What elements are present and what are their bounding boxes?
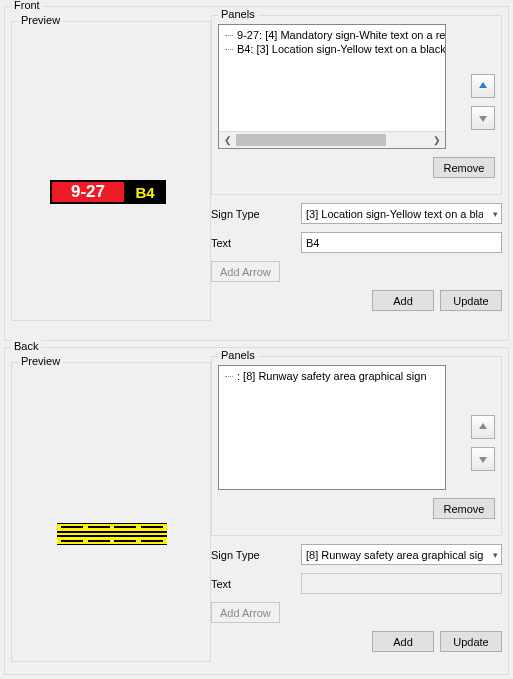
list-item[interactable]: 9-27: [4] Mandatory sign-White text on a… [219, 28, 445, 42]
front-panel-location: B4 [126, 182, 164, 202]
list-item[interactable]: B4: [3] Location sign-Yellow text on a b… [219, 42, 445, 56]
front-panel-mandatory: 9-27 [52, 182, 126, 202]
arrow-up-icon [477, 80, 489, 92]
back-section: Back Preview Panels : [8] Run [4, 347, 509, 675]
move-up-button[interactable] [471, 415, 495, 439]
back-preview-label: Preview [18, 355, 63, 367]
front-panels-list[interactable]: 9-27: [4] Mandatory sign-White text on a… [218, 24, 446, 149]
back-signtype-label: Sign Type [211, 549, 301, 561]
arrow-up-icon [477, 421, 489, 433]
back-add-button[interactable]: Add [372, 631, 434, 652]
move-down-button[interactable] [471, 447, 495, 471]
back-panels-group: Panels : [8] Runway safety area graphica… [211, 356, 502, 536]
back-panels-list[interactable]: : [8] Runway safety area graphical sign [218, 365, 446, 490]
front-list-hscroll[interactable]: ❮ ❯ [219, 131, 445, 148]
back-group: Back Preview Panels : [8] Run [4, 347, 509, 675]
back-sign-preview [57, 523, 167, 545]
front-panels-group: Panels 9-27: [4] Mandatory sign-White te… [211, 15, 502, 195]
svg-marker-2 [479, 423, 487, 429]
front-group: Front Preview 9-27 B4 Panels 9-27: [4] M… [4, 6, 509, 341]
solid-row [57, 535, 167, 537]
arrow-down-icon [477, 453, 489, 465]
front-title: Front [11, 0, 43, 11]
scroll-track[interactable] [236, 132, 428, 148]
front-remove-button[interactable]: Remove [433, 157, 495, 178]
back-text-label: Text [211, 578, 301, 590]
front-preview-label: Preview [18, 14, 63, 26]
front-preview-group: Preview 9-27 B4 [11, 21, 211, 321]
front-text-label: Text [211, 237, 301, 249]
back-add-arrow-button: Add Arrow [211, 602, 280, 623]
move-down-button[interactable] [471, 106, 495, 130]
dash-row [57, 526, 167, 528]
front-signtype-label: Sign Type [211, 208, 301, 220]
dash-row [57, 540, 167, 542]
back-panels-label: Panels [218, 349, 258, 361]
front-add-arrow-button: Add Arrow [211, 261, 280, 282]
front-add-button[interactable]: Add [372, 290, 434, 311]
back-title: Back [11, 340, 41, 352]
back-text-input [301, 573, 502, 594]
back-update-button[interactable]: Update [440, 631, 502, 652]
front-sign-preview: 9-27 B4 [50, 180, 166, 204]
scroll-left-icon[interactable]: ❮ [219, 132, 236, 149]
svg-marker-0 [479, 82, 487, 88]
back-remove-button[interactable]: Remove [433, 498, 495, 519]
svg-marker-3 [479, 457, 487, 463]
solid-row [57, 531, 167, 533]
front-section: Front Preview 9-27 B4 Panels 9-27: [4] M… [4, 6, 509, 341]
list-item[interactable]: : [8] Runway safety area graphical sign [219, 369, 445, 383]
front-text-input[interactable] [301, 232, 502, 253]
front-update-button[interactable]: Update [440, 290, 502, 311]
scroll-right-icon[interactable]: ❯ [428, 132, 445, 149]
svg-marker-1 [479, 116, 487, 122]
move-up-button[interactable] [471, 74, 495, 98]
back-preview-group: Preview [11, 362, 211, 662]
front-signtype-select[interactable] [301, 203, 502, 224]
front-panels-label: Panels [218, 8, 258, 20]
scroll-thumb[interactable] [236, 134, 386, 146]
back-signtype-select[interactable] [301, 544, 502, 565]
arrow-down-icon [477, 112, 489, 124]
